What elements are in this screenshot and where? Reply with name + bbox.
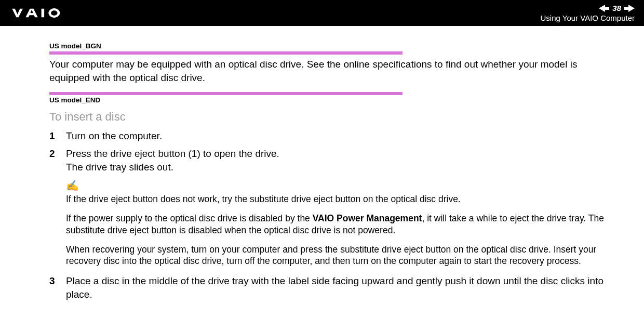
- magenta-divider: [49, 92, 403, 95]
- list-item: 3 Place a disc in the middle of the driv…: [49, 274, 608, 301]
- step-text: Turn on the computer.: [66, 129, 608, 143]
- step-text: Place a disc in the middle of the drive …: [66, 274, 608, 301]
- intro-paragraph: Your computer may be equipped with an op…: [49, 58, 608, 84]
- header-right: 38 Using Your VAIO Computer: [541, 4, 635, 22]
- note-text: If the power supply to the optical disc …: [66, 213, 313, 223]
- step-line: Press the drive eject button (1) to open…: [66, 148, 279, 159]
- step-line: The drive tray slides out.: [66, 162, 173, 173]
- page-content: US model_BGN Your computer may be equipp…: [0, 26, 644, 315]
- page-number: 38: [612, 4, 621, 12]
- note-paragraph: When recovering your system, turn on you…: [66, 244, 608, 268]
- step-number: 1: [49, 129, 66, 143]
- step-list: 3 Place a disc in the middle of the driv…: [49, 274, 608, 301]
- note-block: ✍ If the drive eject button does not wor…: [66, 179, 608, 267]
- step-list: 1 Turn on the computer. 2 Press the driv…: [49, 129, 608, 174]
- vaio-logo: [11, 7, 84, 19]
- magenta-divider: [49, 51, 403, 55]
- step-number: 3: [49, 274, 66, 301]
- svg-marker-1: [599, 5, 609, 12]
- page-header: 38 Using Your VAIO Computer: [0, 0, 644, 26]
- svg-rect-0: [42, 9, 45, 18]
- bold-term: VAIO Power Management: [313, 213, 422, 223]
- page-nav: 38: [599, 4, 635, 12]
- note-paragraph: If the drive eject button does not work,…: [66, 193, 608, 205]
- step-text: Press the drive eject button (1) to open…: [66, 147, 608, 174]
- step-number: 2: [49, 147, 66, 174]
- note-paragraph: If the power supply to the optical disc …: [66, 213, 608, 236]
- subheading: To insert a disc: [49, 109, 608, 125]
- tag-end: US model_END: [49, 96, 608, 105]
- nav-next-icon[interactable]: [624, 5, 635, 12]
- section-title: Using Your VAIO Computer: [541, 14, 635, 22]
- list-item: 2 Press the drive eject button (1) to op…: [49, 147, 608, 174]
- tag-begin: US model_BGN: [49, 42, 608, 51]
- svg-marker-2: [624, 5, 635, 12]
- note-icon: ✍: [66, 179, 608, 192]
- list-item: 1 Turn on the computer.: [49, 129, 608, 143]
- nav-prev-icon[interactable]: [599, 5, 609, 12]
